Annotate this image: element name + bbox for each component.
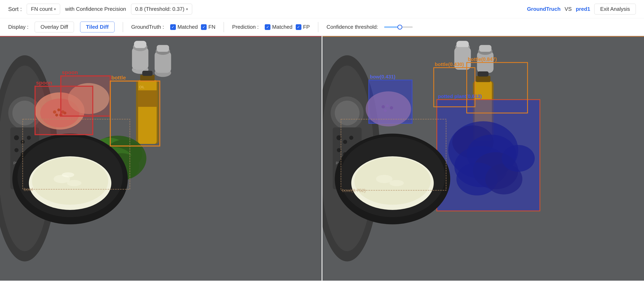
svg-text:spoon: spoon <box>36 80 52 86</box>
svg-text:bottle: bottle <box>111 74 126 81</box>
divider3 <box>318 22 318 32</box>
svg-text:bottle(0.847): bottle(0.847) <box>468 56 497 62</box>
pred-matched-checkbox-item[interactable]: ✓ Matched <box>265 24 292 30</box>
svg-rect-58 <box>0 36 322 37</box>
svg-point-5 <box>12 101 37 125</box>
svg-point-109 <box>390 180 404 186</box>
svg-text:bow(0.431): bow(0.431) <box>370 74 395 80</box>
threshold-label: Confidence threshold: <box>326 24 378 30</box>
svg-text:spoon: spoon <box>62 69 78 76</box>
slider-thumb[interactable] <box>398 25 402 30</box>
svg-point-68 <box>337 148 341 152</box>
fn-count-dropdown[interactable]: FN count ▾ <box>27 4 60 14</box>
pred-fp-label: FP <box>303 24 310 30</box>
svg-rect-36 <box>138 90 157 107</box>
svg-point-67 <box>349 136 354 140</box>
svg-rect-74 <box>456 41 469 48</box>
svg-rect-22 <box>157 45 169 52</box>
with-confidence-label: with Confidence Precision <box>65 6 126 12</box>
gt-matched-checkbox[interactable]: ✓ <box>170 24 176 30</box>
svg-point-63 <box>335 101 360 125</box>
chevron-down-icon2: ▾ <box>186 7 188 12</box>
display-label: Display : <box>8 24 28 30</box>
divider2 <box>224 22 224 32</box>
svg-point-83 <box>390 106 393 110</box>
svg-text:bowl: bowl <box>24 187 33 192</box>
overlay-diff-tab[interactable]: Overlay Diff <box>35 22 74 32</box>
svg-rect-88 <box>476 76 490 82</box>
right-scene-svg: PULSE bow(0.431) <box>322 36 644 281</box>
svg-point-9 <box>27 136 31 140</box>
svg-point-48 <box>67 180 82 186</box>
exit-analysis-button[interactable]: Exit Analysis <box>594 4 636 14</box>
groundtruch-label: GroundTruch <box>527 6 561 12</box>
svg-rect-52 <box>61 76 110 116</box>
pred-fp-checkbox-item[interactable]: ✓ FP <box>296 24 310 30</box>
svg-rect-18 <box>134 41 146 48</box>
svg-point-82 <box>386 104 389 107</box>
svg-point-49 <box>62 172 74 177</box>
divider <box>123 22 123 32</box>
vs-label: VS <box>565 6 572 12</box>
gt-matched-checkbox-item[interactable]: ✓ Matched <box>170 24 198 30</box>
left-scene-svg: PULSE <box>0 36 322 281</box>
svg-point-84 <box>384 109 386 112</box>
sort-toolbar: Sort : FN count ▾ with Confidence Precis… <box>0 0 644 18</box>
svg-point-65 <box>336 135 341 140</box>
pred-matched-checkbox[interactable]: ✓ <box>265 24 270 30</box>
images-section: PULSE <box>0 36 644 281</box>
svg-rect-35 <box>142 71 153 76</box>
gt-fn-label: FN <box>208 24 216 30</box>
right-image-panel: PULSE bow(0.431) <box>322 36 644 281</box>
svg-rect-77 <box>479 45 492 52</box>
pred-matched-label: Matched <box>272 24 292 30</box>
gt-fn-checkbox-item[interactable]: ✓ FN <box>201 24 216 30</box>
pred-checkboxes: ✓ Matched ✓ FP <box>265 24 310 30</box>
svg-point-7 <box>14 135 19 140</box>
display-toolbar: Display : Overlay Diff Tiled Diff Ground… <box>0 18 644 36</box>
sort-label: Sort : <box>8 6 22 12</box>
svg-rect-33 <box>138 80 157 144</box>
prediction-section-label: Prediction : <box>232 24 258 30</box>
confidence-dropdown[interactable]: 0.8 (Threshold: 0.37) ▾ <box>131 4 192 14</box>
svg-point-81 <box>382 105 385 108</box>
svg-point-99 <box>502 145 535 172</box>
confidence-slider[interactable] <box>384 26 413 28</box>
svg-point-80 <box>366 91 411 126</box>
chevron-down-icon: ▾ <box>54 7 56 12</box>
svg-text:bowl(0.752): bowl(0.752) <box>342 188 366 193</box>
pred-fp-checkbox[interactable]: ✓ <box>296 24 302 30</box>
gt-checkboxes: ✓ Matched ✓ FN <box>170 24 216 30</box>
top-right-controls: GroundTruch VS pred1 Exit Analysis <box>527 4 636 14</box>
svg-text:bottle(0.430): bottle(0.430) <box>435 62 464 67</box>
groundtruth-section-label: GroundTruth : <box>131 24 164 30</box>
tiled-diff-tab[interactable]: Tiled Diff <box>80 22 114 32</box>
gt-matched-label: Matched <box>178 24 198 30</box>
gt-fn-checkbox[interactable]: ✓ <box>201 24 207 30</box>
svg-point-66 <box>343 140 347 144</box>
svg-rect-112 <box>322 36 644 37</box>
svg-point-10 <box>14 148 18 152</box>
svg-rect-89 <box>478 71 489 76</box>
left-image-panel: PULSE <box>0 36 322 281</box>
svg-text:OIL: OIL <box>139 85 144 89</box>
pred1-label: pred1 <box>576 6 590 12</box>
